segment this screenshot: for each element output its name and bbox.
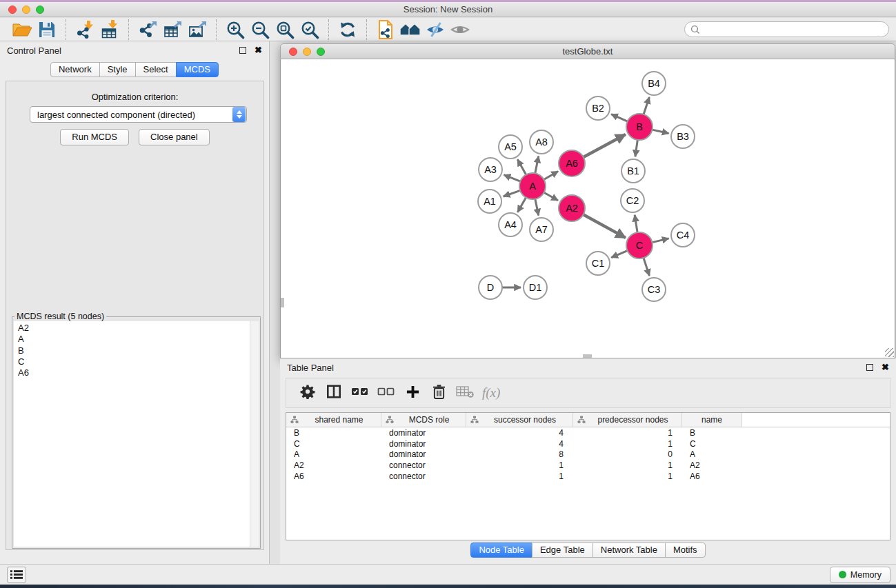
hide-panels-button[interactable] bbox=[423, 19, 448, 40]
memory-button[interactable]: Memory bbox=[830, 567, 890, 583]
edge-C-C3[interactable] bbox=[644, 258, 650, 276]
graph-node-C3[interactable]: C3 bbox=[642, 278, 666, 301]
edge-A6-B[interactable] bbox=[584, 134, 626, 157]
table-row[interactable]: A2connector11A2 bbox=[286, 460, 890, 471]
column-header-successor-nodes[interactable]: successor nodes bbox=[466, 413, 573, 427]
edge-A-A2[interactable] bbox=[544, 192, 558, 200]
tab-node-table[interactable]: Node Table bbox=[470, 543, 532, 558]
show-panels-button[interactable] bbox=[448, 19, 472, 40]
mcds-result-item[interactable]: B bbox=[18, 345, 259, 356]
mcds-result-item[interactable]: A bbox=[18, 334, 259, 345]
float-panel-icon[interactable] bbox=[239, 47, 246, 54]
close-panel-button[interactable]: Close panel bbox=[139, 129, 210, 145]
graph-node-C[interactable]: C bbox=[626, 232, 653, 258]
task-history-button[interactable] bbox=[7, 567, 26, 583]
column-header-name[interactable]: name bbox=[682, 413, 742, 427]
graph-node-A5[interactable]: A5 bbox=[499, 135, 522, 159]
tab-mcds[interactable]: MCDS bbox=[176, 62, 219, 77]
settings-button[interactable] bbox=[295, 383, 321, 403]
column-header-MCDS-role[interactable]: MCDS role bbox=[381, 413, 466, 427]
run-mcds-button[interactable]: Run MCDS bbox=[60, 129, 129, 145]
graph-node-A1[interactable]: A1 bbox=[478, 190, 501, 213]
function-builder-button[interactable]: f(x) bbox=[482, 385, 500, 401]
tab-motifs[interactable]: Motifs bbox=[665, 543, 706, 558]
network-file-button[interactable] bbox=[373, 19, 398, 40]
graph-node-A3[interactable]: A3 bbox=[479, 158, 502, 181]
edge-C-C1[interactable] bbox=[611, 251, 627, 258]
zoom-out-button[interactable] bbox=[248, 19, 272, 40]
edge-A-A8[interactable] bbox=[535, 156, 539, 174]
resize-grip[interactable] bbox=[885, 348, 894, 357]
home-button[interactable] bbox=[398, 19, 423, 40]
table-row[interactable]: A6connector11A6 bbox=[286, 471, 890, 482]
graph-node-B1[interactable]: B1 bbox=[621, 159, 645, 183]
select-all-button[interactable] bbox=[347, 383, 373, 403]
mcds-result-item[interactable]: A2 bbox=[18, 323, 259, 334]
edge-C-C2[interactable] bbox=[635, 215, 637, 232]
horizontal-scrollbar-thumb[interactable] bbox=[583, 354, 592, 358]
graph-node-A2[interactable]: A2 bbox=[559, 195, 585, 221]
import-table-button[interactable] bbox=[97, 19, 122, 40]
zoom-fit-button[interactable] bbox=[272, 19, 297, 40]
edge-B-B3[interactable] bbox=[653, 130, 669, 133]
graph-node-A7[interactable]: A7 bbox=[530, 218, 553, 241]
graph-node-B2[interactable]: B2 bbox=[586, 97, 610, 120]
edge-A2-C[interactable] bbox=[584, 214, 626, 238]
graph-node-A6[interactable]: A6 bbox=[559, 150, 585, 176]
graph-node-B4[interactable]: B4 bbox=[642, 72, 666, 95]
export-network-button[interactable] bbox=[135, 19, 160, 40]
export-image-button[interactable] bbox=[185, 19, 210, 40]
edge-A-A5[interactable] bbox=[517, 159, 526, 174]
edge-B-B4[interactable] bbox=[644, 97, 649, 114]
edge-A-A3[interactable] bbox=[504, 175, 521, 181]
table-row[interactable]: Bdominator41B bbox=[286, 427, 890, 438]
delete-button[interactable] bbox=[426, 383, 452, 403]
search-input[interactable] bbox=[704, 23, 883, 36]
tab-network[interactable]: Network bbox=[50, 62, 100, 77]
graph-node-C2[interactable]: C2 bbox=[621, 189, 644, 212]
graph-node-A[interactable]: A bbox=[519, 173, 546, 199]
add-button[interactable] bbox=[399, 383, 426, 403]
tab-select[interactable]: Select bbox=[135, 62, 177, 77]
open-session-button[interactable] bbox=[10, 19, 34, 40]
edge-C-C4[interactable] bbox=[652, 239, 668, 243]
result-list-scrollbar[interactable] bbox=[250, 321, 259, 547]
graph-node-A8[interactable]: A8 bbox=[530, 130, 553, 154]
graph-node-C4[interactable]: C4 bbox=[671, 223, 695, 247]
destroy-table-button[interactable] bbox=[452, 383, 478, 403]
edge-B-B1[interactable] bbox=[635, 140, 637, 156]
close-table-panel-icon[interactable]: ✖ bbox=[882, 364, 889, 371]
tab-network-table[interactable]: Network Table bbox=[593, 543, 666, 558]
network-window-titlebar[interactable]: testGlobe.txt bbox=[280, 43, 895, 59]
vertical-scrollbar-thumb[interactable] bbox=[281, 298, 284, 307]
search-field[interactable] bbox=[684, 21, 889, 37]
refresh-button[interactable] bbox=[335, 19, 360, 40]
float-table-panel-icon[interactable] bbox=[866, 364, 873, 371]
edge-A-A6[interactable] bbox=[544, 172, 558, 180]
table-row[interactable]: Cdominator41C bbox=[286, 438, 890, 449]
graph-node-C1[interactable]: C1 bbox=[586, 252, 610, 275]
zoom-in-button[interactable] bbox=[223, 19, 248, 40]
columns-button[interactable] bbox=[321, 383, 347, 403]
table-row[interactable]: Adominator80A bbox=[286, 449, 890, 460]
close-panel-icon[interactable]: ✖ bbox=[255, 47, 262, 54]
column-header-predecessor-nodes[interactable]: predecessor nodes bbox=[573, 413, 682, 427]
zoom-selected-button[interactable] bbox=[297, 19, 322, 40]
tab-edge-table[interactable]: Edge Table bbox=[532, 543, 593, 558]
edge-A-A1[interactable] bbox=[504, 190, 520, 196]
mcds-result-item[interactable]: A6 bbox=[18, 367, 259, 378]
export-table-button[interactable] bbox=[160, 19, 185, 40]
graph-node-B[interactable]: B bbox=[626, 114, 653, 140]
graph-node-D[interactable]: D bbox=[479, 276, 502, 299]
deselect-all-button[interactable] bbox=[373, 383, 399, 403]
save-session-button[interactable] bbox=[34, 19, 59, 40]
mcds-result-item[interactable]: C bbox=[18, 356, 259, 367]
edge-B-B2[interactable] bbox=[611, 114, 628, 122]
edge-A-A7[interactable] bbox=[535, 199, 539, 216]
tab-style[interactable]: Style bbox=[99, 62, 136, 77]
graph-node-B3[interactable]: B3 bbox=[671, 125, 695, 148]
column-header-shared-name[interactable]: shared name bbox=[286, 413, 381, 427]
graph-node-A4[interactable]: A4 bbox=[499, 213, 522, 236]
import-network-button[interactable] bbox=[72, 19, 97, 40]
graph-node-D1[interactable]: D1 bbox=[524, 276, 547, 299]
